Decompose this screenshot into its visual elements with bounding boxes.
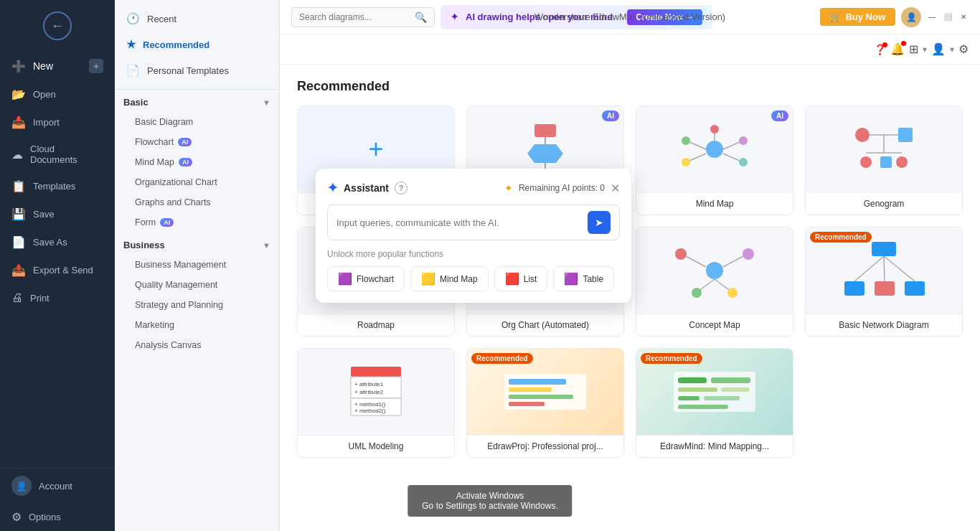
help-icon[interactable]: ❓ — [874, 44, 886, 55]
edrawmind-recommended-badge: Recommended — [641, 353, 702, 364]
nav-sub-business-mgmt[interactable]: Business Management — [115, 255, 279, 275]
network-diagram — [837, 238, 930, 303]
template-card-genogram[interactable]: Genogram — [805, 105, 963, 215]
uml-card-label: UML Modeling — [298, 435, 454, 457]
sidebar-nav-save-as[interactable]: 📄 Save As — [0, 228, 115, 256]
genogram-card-label: Genogram — [806, 192, 962, 215]
top-bar: 🔍 ✦ AI drawing helps open your mind Crea… — [280, 0, 980, 34]
ai-action-table[interactable]: 🟪 Table — [553, 266, 614, 291]
personal-nav-icon: 📄 — [126, 64, 140, 77]
ai-close-button[interactable]: ✕ — [611, 182, 620, 195]
basic-sub-items: Basic Diagram Flowchart AI Mind Map AI O… — [115, 112, 279, 232]
sidebar-nav-print[interactable]: 🖨 Print — [0, 284, 115, 311]
svg-rect-75 — [678, 387, 717, 392]
buy-now-button[interactable]: 🛒 Buy Now — [820, 8, 895, 26]
settings-icon[interactable]: ⚙ — [958, 42, 969, 56]
recent-nav-label: Recent — [147, 14, 176, 24]
svg-line-45 — [686, 256, 706, 267]
ai-action-mindmap[interactable]: 🟨 Mind Map — [410, 266, 489, 291]
ai-action-flowchart[interactable]: 🟪 Flowchart — [327, 266, 405, 291]
nav-link-recommended[interactable]: ★ Recommended — [115, 32, 279, 57]
add-plus-button[interactable]: + — [89, 59, 103, 73]
search-input[interactable] — [299, 12, 410, 22]
svg-rect-54 — [844, 281, 864, 296]
svg-rect-77 — [678, 396, 699, 400]
search-box[interactable]: 🔍 — [291, 7, 435, 27]
ai-query-input[interactable] — [336, 217, 582, 228]
svg-line-59 — [884, 256, 915, 281]
user-menu-icon[interactable]: 👤 — [931, 42, 946, 56]
sidebar-nav-new[interactable]: ➕ New + — [0, 52, 115, 80]
svg-point-44 — [706, 262, 723, 279]
nav-sub-graphs[interactable]: Graphs and Charts — [115, 192, 279, 212]
nav-sub-basic-diagram[interactable]: Basic Diagram — [115, 112, 279, 132]
nav-link-personal[interactable]: 📄 Personal Templates — [115, 57, 279, 83]
nav-sub-org-chart[interactable]: Organizational Chart — [115, 172, 279, 192]
ai-flowchart-icon: 🟪 — [338, 272, 352, 286]
concept-card-image — [636, 227, 793, 314]
nav-sub-quality[interactable]: Quality Management — [115, 275, 279, 295]
toolbar-separator: ▾ — [923, 44, 927, 55]
ai-send-button[interactable]: ➤ — [588, 211, 611, 234]
form-label: Form — [135, 217, 156, 227]
template-card-edrawproj[interactable]: Recommended EdrawProj: Professional proj… — [466, 348, 624, 458]
close-button[interactable]: ✕ — [958, 12, 969, 22]
template-card-concept[interactable]: Concept Map — [636, 227, 793, 337]
nav-sub-mind-map[interactable]: Mind Map AI — [115, 152, 279, 172]
template-card-mindmap[interactable]: AI Mind Map — [636, 105, 793, 215]
mind-map-ai-badge: AI — [179, 158, 192, 166]
sidebar-nav-options[interactable]: ⚙ Options — [0, 503, 115, 531]
recent-nav-icon: 🕐 — [126, 12, 140, 25]
template-card-uml[interactable]: + attribute1 + attribute2 + method1() + … — [297, 348, 455, 458]
svg-point-9 — [682, 136, 690, 145]
template-card-edrawmind[interactable]: Recommended EdrawMind: Mind Mapping... — [636, 348, 793, 458]
open-label: Open — [33, 89, 56, 100]
business-section-header[interactable]: Business ▼ — [115, 232, 279, 255]
svg-line-57 — [854, 256, 884, 281]
sidebar-nav-import[interactable]: 📥 Import — [0, 108, 115, 136]
ai-banner-icon: ✦ — [451, 11, 458, 22]
nav-link-recent[interactable]: 🕐 Recent — [115, 6, 279, 32]
import-label: Import — [33, 117, 60, 128]
recommended-nav-icon: ★ — [126, 38, 136, 51]
roadmap-card-label: Roadmap — [298, 314, 454, 336]
app-title: Wondershare EdrawMax (Unlicensed Version… — [534, 11, 725, 22]
ai-action-list[interactable]: 🟥 List — [494, 266, 548, 291]
concept-card-label: Concept Map — [636, 314, 793, 336]
svg-line-49 — [700, 279, 715, 290]
recommended-nav-label: Recommended — [143, 39, 209, 50]
mindmap-card-label: Mind Map — [636, 192, 793, 215]
orgchart-card-label: Org Chart (Automated) — [467, 314, 623, 336]
nav-sub-analysis[interactable]: Analysis Canvas — [115, 335, 279, 355]
svg-rect-78 — [704, 396, 740, 400]
nav-sub-strategy[interactable]: Strategy and Planning — [115, 295, 279, 315]
sidebar-nav-account[interactable]: 👤 Account — [0, 469, 115, 503]
nav-sub-form[interactable]: Form AI — [115, 212, 279, 232]
form-ai-badge: AI — [160, 218, 174, 227]
sidebar-nav-open[interactable]: 📂 Open — [0, 80, 115, 108]
ai-help-icon[interactable]: ? — [395, 182, 407, 194]
nav-sub-flowchart[interactable]: Flowchart AI — [115, 132, 279, 152]
quality-label: Quality Management — [135, 280, 217, 290]
basic-section-header[interactable]: Basic ▼ — [115, 90, 279, 112]
template-card-network[interactable]: Recommended Basic Network Diagram — [805, 227, 963, 337]
svg-line-58 — [884, 256, 885, 281]
ai-overlay-title: ✦ Assistant ? — [327, 180, 407, 196]
sidebar-nav-save[interactable]: 💾 Save — [0, 200, 115, 228]
grid-icon[interactable]: ⊞ — [909, 42, 918, 56]
minimize-button[interactable]: — — [927, 12, 937, 22]
notification-icon[interactable]: 🔔 — [890, 42, 905, 56]
sidebar-nav-export[interactable]: 📤 Export & Send — [0, 256, 115, 284]
ai-input-row: ➤ — [327, 205, 620, 240]
svg-text:+ method2(): + method2() — [354, 408, 386, 414]
new-icon: ➕ — [11, 60, 26, 73]
nav-sub-marketing[interactable]: Marketing — [115, 315, 279, 335]
cloud-label: Cloud Documents — [30, 144, 103, 165]
sidebar-logo: ← — [0, 0, 115, 52]
sidebar-nav-cloud[interactable]: ☁ Cloud Documents — [0, 136, 115, 172]
mind-map-label: Mind Map — [135, 157, 174, 167]
maximize-button[interactable]: ⬜ — [943, 12, 953, 22]
edrawproj-card-label: EdrawProj: Professional proj... — [467, 435, 623, 457]
sidebar-nav-templates[interactable]: 📋 Templates — [0, 172, 115, 200]
edrawproj-recommended-badge: Recommended — [471, 353, 533, 364]
